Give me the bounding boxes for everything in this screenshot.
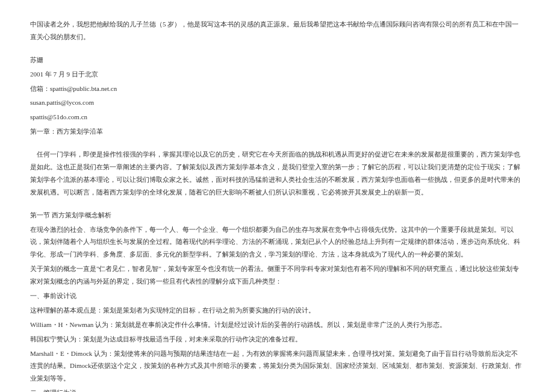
mailbox-value: spattis@public.bta.net.cn (50, 85, 117, 92)
email-2: spattis@51do.com.cn (30, 111, 524, 123)
chapter-title: 第一章：西方策划学沿革 (30, 125, 524, 138)
author-name: 苏姗 (30, 54, 524, 66)
section-1-p1: 在现今激烈的社会、市场竞争的条件下，每一个人、每一个企业、每一个组织都要为自己的… (30, 223, 524, 261)
mailbox-label: 信箱： (30, 85, 50, 92)
email-1: susan.pattis@lycos.com (30, 96, 524, 109)
type-2-title: 二、管理行为说 (30, 387, 524, 392)
type-1-p4: Marshall・E・Dimock 认为：策划使将来的问题与预期的结果连结在一起… (30, 347, 524, 385)
dedication-text: 中国读者之外，我想把他献给我的儿子兰德（5 岁），他是我写这本书的灵感的真正源泉… (30, 18, 524, 43)
date-location: 2001 年 7 月 9 日于北京 (30, 68, 524, 81)
intro-paragraph: 任何一门学科，即便是操作性很强的学科，掌握其理论以及它的历史，研究它在今天所面临… (30, 148, 524, 199)
section-1-title: 第一节 西方策划学概念解析 (30, 209, 524, 222)
type-1-p3: 韩国权宁赞认为：策划是为达成目标寻找最适当手段，对未来采取的行动作决定的准备过程… (30, 333, 524, 346)
type-1-p1: 这种理解的基本观点是：策划是策划者为实现特定的目标，在行动之前为所要实施的行动的… (30, 304, 524, 317)
mailbox-line: 信箱：spattis@public.bta.net.cn (30, 82, 524, 95)
type-1-p2: William・H・Newman 认为：策划就是在事前决定作什么事情。计划是经过… (30, 319, 524, 331)
type-1-title: 一、事前设计说 (30, 290, 524, 302)
section-1-p2: 关于策划的概念一直是"仁者见仁，智者见智"，策划专家至今也没有统一的看法。侧重于… (30, 263, 524, 288)
